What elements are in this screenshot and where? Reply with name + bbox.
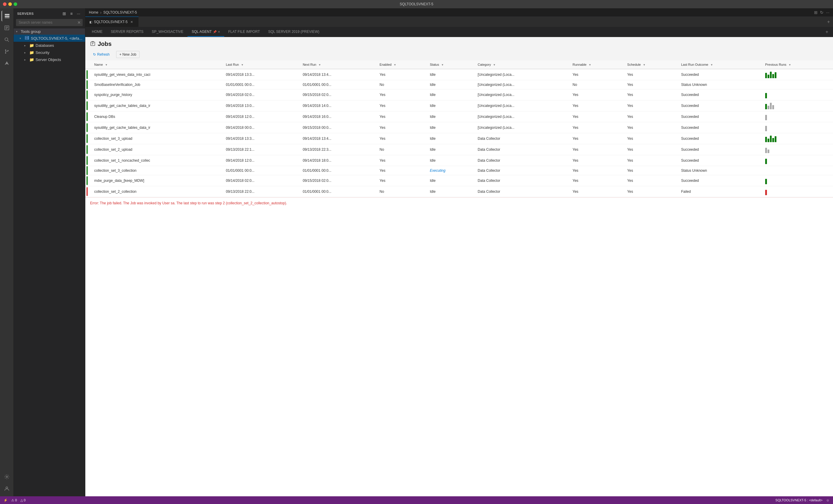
tabs-bar: ◧ SQLTOOLSVNEXT-5 ✕ + (85, 17, 833, 27)
th-previous-runs[interactable]: Previous Runs ▼ (762, 61, 833, 69)
mini-bar (772, 74, 774, 78)
refresh-icon[interactable]: ↻ (820, 10, 824, 15)
tree-item-server[interactable]: ▾ SQLTOOLSVNEXT-5, <defa... (14, 34, 85, 42)
add-tab-icon[interactable]: + (823, 29, 831, 34)
table-row[interactable]: syspolicy_purge_history09/14/2018 02:0..… (85, 90, 833, 100)
table-row[interactable]: sysutility_get_cache_tables_data_ir09/14… (85, 100, 833, 111)
th-indicator (85, 61, 91, 69)
query-icon[interactable] (1, 23, 12, 33)
sql-agent-close-icon[interactable]: ✕ (218, 30, 220, 33)
table-row[interactable]: Cleanup DBs09/14/2018 12:0...09/14/2018 … (85, 111, 833, 122)
layout-icon[interactable]: ⊞ (814, 10, 817, 15)
job-lastRun-cell: 09/13/2018 22:1... (223, 144, 300, 155)
job-category-cell: Data Collector (475, 166, 570, 175)
mini-bar (765, 179, 767, 184)
th-last-run[interactable]: Last Run ▼ (223, 61, 300, 69)
tree-item-server-objects[interactable]: ▸ 📁 Server Objects (14, 56, 85, 63)
job-runnable-cell: Yes (570, 133, 624, 144)
tab-sql-server-preview[interactable]: SQL SERVER 2019 (PREVIEW) (264, 27, 324, 37)
table-row[interactable]: collection_set_2_collection09/13/2018 22… (85, 186, 833, 197)
account-icon[interactable] (1, 483, 12, 494)
tab-home[interactable]: HOME (88, 27, 106, 37)
th-runnable[interactable]: Runnable ▼ (570, 61, 624, 69)
table-row[interactable]: collection_set_2_upload09/13/2018 22:1..… (85, 144, 833, 155)
sql-agent-pin-icon[interactable]: 📌 (213, 30, 217, 33)
mini-bar-chart (765, 113, 830, 120)
previous-runs-cell (762, 144, 833, 155)
tree-group-tools[interactable]: ▾ Tools group (14, 28, 85, 34)
status-indicator (87, 101, 88, 110)
table-row[interactable]: collection_set_3_collection01/01/0001 00… (85, 166, 833, 175)
more-actions-icon[interactable]: ··· (826, 10, 829, 15)
th-last-run-outcome[interactable]: Last Run Outcome ▼ (678, 61, 762, 69)
minimize-button[interactable] (8, 2, 12, 6)
th-name[interactable]: Name ▼ (91, 61, 223, 69)
th-schedule[interactable]: Schedule ▼ (624, 61, 678, 69)
job-schedule-cell: Yes (624, 133, 678, 144)
job-status-cell: Idle (427, 122, 475, 133)
job-lastRun-cell: 09/14/2018 13:0... (223, 100, 300, 111)
th-category[interactable]: Category ▼ (475, 61, 570, 69)
job-nextRun-cell: 09/13/2018 22:3... (300, 144, 377, 155)
status-indicator (87, 90, 88, 99)
title-bar: SQLTOOLSVNEXT-5 (0, 0, 833, 8)
table-row[interactable]: sysutility_get_cache_tables_data_ir09/14… (85, 122, 833, 133)
mini-bar (767, 106, 769, 109)
git-icon[interactable] (1, 46, 12, 57)
mini-bar (770, 72, 772, 78)
job-lastRunOutcome-cell: Succeeded (678, 122, 762, 133)
table-header-row: Name ▼ Last Run ▼ Next Run ▼ Enabled ▼ S… (85, 61, 833, 69)
job-lastRunOutcome-cell: Status Unknown (678, 166, 762, 175)
job-nextRun-cell: 09/15/2018 02:0... (300, 175, 377, 186)
th-enabled[interactable]: Enabled ▼ (377, 61, 427, 69)
close-button[interactable] (3, 2, 6, 6)
mini-bar (770, 136, 772, 142)
previous-runs-cell (762, 69, 833, 80)
tab-server-reports[interactable]: SERVER REPORTS (106, 27, 147, 37)
tree-item-databases[interactable]: ▸ 📁 Databases (14, 42, 85, 49)
job-runnable-cell: Yes (570, 166, 624, 175)
job-lastRun-cell: 09/14/2018 02:0... (223, 175, 300, 186)
tab-sql-agent[interactable]: SQL AGENT 📌 ✕ (188, 27, 224, 37)
databases-folder-icon: 📁 (29, 43, 34, 48)
maximize-button[interactable] (14, 2, 17, 6)
breadcrumb-home[interactable]: Home (89, 10, 98, 15)
content-panel: Jobs ↻ Refresh + New Job Name ▼ (85, 37, 833, 496)
table-row[interactable]: sysutility_get_views_data_into_caci09/14… (85, 69, 833, 80)
previous-runs-cell (762, 133, 833, 144)
th-status[interactable]: Status ▼ (427, 61, 475, 69)
job-lastRun-cell: 09/14/2018 12:0... (223, 155, 300, 166)
tree-item-security[interactable]: ▸ 📁 Security (14, 49, 85, 56)
tab-sp-whoisactive[interactable]: SP_WHOISACTIVE (147, 27, 188, 37)
previous-runs-cell (762, 80, 833, 90)
mini-bar-chart (765, 71, 830, 78)
job-runnable-cell: Yes (570, 175, 624, 186)
job-name-cell: sysutility_get_cache_tables_data_ir (91, 122, 223, 133)
table-row[interactable]: SmoBaselineVerification_Job01/01/0001 00… (85, 80, 833, 90)
table-row[interactable]: collection_set_1_noncached_collec09/14/2… (85, 155, 833, 166)
collapse-icon[interactable]: ≡ (68, 11, 74, 17)
settings-icon[interactable] (1, 472, 12, 482)
table-row[interactable]: mdw_purge_data_[keep_MDW]09/14/2018 02:0… (85, 175, 833, 186)
new-job-button[interactable]: + New Job (116, 51, 140, 58)
refresh-button[interactable]: ↻ Refresh (90, 51, 113, 58)
search-input[interactable] (16, 19, 82, 26)
status-errors: ⚠ 0 (11, 498, 17, 502)
search-clear-icon[interactable]: ✕ (77, 20, 81, 25)
tab-sqltoolsvnext[interactable]: ◧ SQLTOOLSVNEXT-5 ✕ (85, 17, 139, 27)
more-icon[interactable]: ··· (75, 11, 81, 17)
search-icon[interactable] (1, 34, 12, 45)
job-enabled-cell: Yes (377, 90, 427, 100)
th-next-run[interactable]: Next Run ▼ (300, 61, 377, 69)
mini-bar-chart (765, 177, 830, 184)
servers-icon[interactable] (1, 11, 12, 21)
tab-flat-file-import[interactable]: FLAT FILE IMPORT (224, 27, 264, 37)
job-category-cell: [Uncategorized (Loca... (475, 69, 570, 80)
deploy-icon[interactable] (1, 58, 12, 69)
table-row[interactable]: collection_set_3_upload09/14/2018 13:3..… (85, 133, 833, 144)
tab-close-icon[interactable]: ✕ (129, 20, 134, 24)
new-tab-button[interactable]: + (824, 17, 833, 27)
new-connection-icon[interactable]: ⊞ (61, 11, 67, 17)
chevron-right-icon: ▸ (24, 44, 29, 47)
job-enabled-cell: Yes (377, 155, 427, 166)
